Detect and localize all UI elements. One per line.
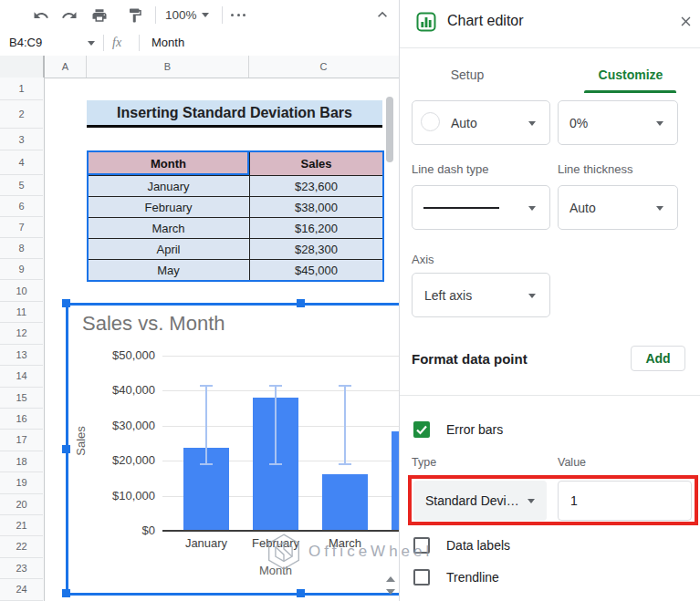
fill-opacity-dropdown[interactable]: 0% bbox=[558, 100, 678, 145]
chart-handle-bottom-left[interactable] bbox=[62, 589, 70, 597]
close-icon[interactable] bbox=[678, 14, 694, 29]
table-cell[interactable]: $28,300 bbox=[250, 239, 383, 260]
chart-bar-march[interactable] bbox=[322, 474, 368, 531]
chart-bar-april[interactable] bbox=[392, 431, 399, 531]
embedded-chart[interactable]: Sales vs. Month Sales $0$10,000$20,000$3… bbox=[68, 305, 399, 595]
axis-dropdown[interactable]: Left axis bbox=[412, 273, 550, 317]
row-header-24[interactable]: 24 bbox=[0, 579, 43, 600]
data-labels-checkbox[interactable] bbox=[413, 537, 430, 554]
row-header-7[interactable]: 7 bbox=[0, 217, 43, 238]
name-box-caret-icon[interactable] bbox=[88, 41, 95, 46]
table-cell[interactable]: May bbox=[88, 260, 250, 281]
formula-input[interactable]: Month bbox=[151, 30, 184, 56]
chart-handle-middle-left[interactable] bbox=[62, 445, 70, 453]
row-header-23[interactable]: 23 bbox=[0, 558, 43, 579]
data-table: MonthSalesJanuary$23,600February$38,000M… bbox=[87, 150, 383, 281]
y-axis-tick-label: $20,000 bbox=[68, 453, 155, 467]
zoom-control[interactable]: 100% bbox=[165, 8, 197, 22]
error-bar-type-dropdown[interactable]: Standard Devi… bbox=[413, 481, 547, 521]
row-header-16[interactable]: 16 bbox=[0, 409, 43, 430]
row-header-15[interactable]: 15 bbox=[0, 388, 43, 409]
error-bars-checkbox[interactable] bbox=[413, 421, 430, 438]
table-cell[interactable]: $16,200 bbox=[250, 218, 383, 239]
table-cell[interactable]: April bbox=[88, 239, 250, 260]
line-thickness-dropdown[interactable]: Auto bbox=[558, 185, 678, 230]
row-header-21[interactable]: 21 bbox=[0, 515, 43, 536]
formula-bar-separator bbox=[103, 35, 104, 51]
scroll-up-icon[interactable] bbox=[386, 576, 395, 582]
chevron-down-icon bbox=[528, 499, 535, 503]
select-all-corner[interactable] bbox=[0, 56, 45, 78]
table-cell[interactable]: March bbox=[88, 218, 250, 239]
table-cell[interactable]: January bbox=[88, 176, 250, 197]
row-header-20[interactable]: 20 bbox=[0, 494, 43, 515]
chart-handle-top-left[interactable] bbox=[62, 299, 70, 307]
tab-setup[interactable]: Setup bbox=[438, 67, 496, 82]
chart-handle-top-middle[interactable] bbox=[297, 299, 305, 307]
zoom-level: 100% bbox=[165, 8, 197, 22]
column-header-a[interactable]: A bbox=[45, 56, 87, 78]
row-header-6[interactable]: 6 bbox=[0, 196, 43, 217]
add-data-point-button[interactable]: Add bbox=[631, 346, 685, 371]
name-box[interactable]: B4:C9 bbox=[9, 30, 42, 56]
row-header-18[interactable]: 18 bbox=[0, 451, 43, 472]
collapse-toolbar-icon[interactable] bbox=[373, 5, 392, 24]
row-header-22[interactable]: 22 bbox=[0, 536, 43, 557]
table-header-cell[interactable]: Month bbox=[88, 151, 250, 176]
row-header-3[interactable]: 3 bbox=[0, 129, 43, 150]
row-header-5[interactable]: 5 bbox=[0, 175, 43, 196]
more-options-icon[interactable] bbox=[231, 14, 246, 16]
line-thickness-label: Line thickness bbox=[558, 162, 632, 176]
scroll-down-icon[interactable] bbox=[386, 589, 395, 595]
chart-handle-bottom-middle[interactable] bbox=[297, 589, 305, 597]
formula-bar-separator bbox=[139, 35, 140, 51]
format-data-point-label: Format data point bbox=[412, 351, 528, 367]
line-thickness-value: Auto bbox=[569, 201, 596, 215]
toolbar: 100% bbox=[0, 0, 399, 31]
row-header-1[interactable]: 1 bbox=[0, 78, 43, 100]
table-cell[interactable]: $38,000 bbox=[250, 197, 383, 218]
line-dash-type-dropdown[interactable] bbox=[412, 185, 550, 230]
y-axis-tick-label: $40,000 bbox=[68, 383, 155, 397]
undo-icon[interactable] bbox=[33, 7, 49, 24]
error-bar-cap-top bbox=[339, 385, 351, 387]
column-header-b[interactable]: B bbox=[87, 56, 249, 78]
row-headers: 123456789101112131415161718192021222324 bbox=[0, 78, 45, 601]
table-cell[interactable]: February bbox=[88, 197, 250, 218]
vertical-scrollbar-thumb[interactable] bbox=[386, 97, 393, 162]
table-header-cell[interactable]: Sales bbox=[250, 151, 383, 176]
axis-value: Left axis bbox=[424, 288, 472, 303]
fx-icon: fx bbox=[112, 30, 121, 56]
print-icon[interactable] bbox=[91, 7, 108, 24]
zoom-dropdown-caret-icon[interactable] bbox=[202, 13, 209, 17]
row-header-13[interactable]: 13 bbox=[0, 345, 43, 366]
panel-divider bbox=[400, 395, 700, 396]
table-cell[interactable]: $45,000 bbox=[250, 260, 383, 281]
row-header-19[interactable]: 19 bbox=[0, 472, 43, 493]
row-header-9[interactable]: 9 bbox=[0, 259, 43, 280]
error-bar-type-value: Standard Devi… bbox=[425, 493, 519, 508]
color-swatch-icon bbox=[421, 112, 440, 131]
tab-customize[interactable]: Customize bbox=[590, 67, 672, 82]
row-header-10[interactable]: 10 bbox=[0, 280, 43, 302]
series-color-dropdown[interactable]: Auto bbox=[412, 100, 550, 145]
column-header-c[interactable]: C bbox=[249, 56, 398, 78]
trendline-checkbox[interactable] bbox=[413, 569, 430, 585]
row-header-12[interactable]: 12 bbox=[0, 323, 43, 344]
y-axis-tick-label: $30,000 bbox=[68, 419, 155, 432]
row-header-14[interactable]: 14 bbox=[0, 366, 43, 387]
row-header-17[interactable]: 17 bbox=[0, 430, 43, 451]
row-header-8[interactable]: 8 bbox=[0, 238, 43, 259]
title-cell[interactable]: Inserting Standard Deviation Bars bbox=[87, 100, 382, 128]
column-headers: A B C bbox=[0, 56, 399, 78]
row-header-11[interactable]: 11 bbox=[0, 302, 43, 323]
row-header-4[interactable]: 4 bbox=[0, 150, 43, 175]
table-cell[interactable]: $23,600 bbox=[250, 176, 383, 197]
chart-selection-top bbox=[66, 303, 399, 306]
y-axis-tick-label: $10,000 bbox=[68, 489, 155, 503]
trendline-label: Trendline bbox=[446, 570, 499, 585]
redo-icon[interactable] bbox=[61, 7, 78, 24]
error-bar-value-input[interactable] bbox=[558, 481, 692, 521]
row-header-2[interactable]: 2 bbox=[0, 100, 43, 129]
paint-format-icon[interactable] bbox=[127, 7, 143, 24]
